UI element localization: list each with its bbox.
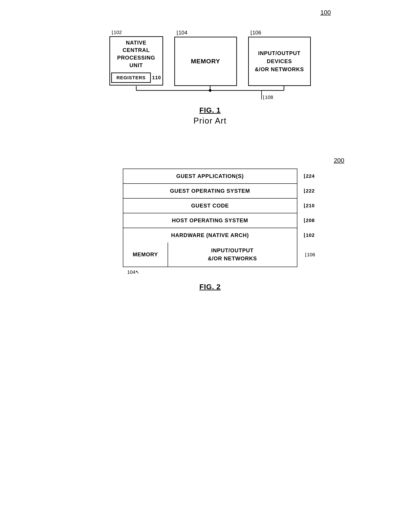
io-text-line2: DEVICES xyxy=(267,58,292,64)
layer-106-number: ⌊106 xyxy=(305,252,315,258)
bottom-memory: MEMORY xyxy=(123,243,168,267)
layer-stack: GUEST APPLICATION(S) ⌊224 GUEST OPERATIN… xyxy=(123,168,297,267)
layer-guest-applications: GUEST APPLICATION(S) ⌊224 xyxy=(123,168,297,183)
memory-label-number: ⌊104 xyxy=(177,30,188,36)
layer-guest-code: GUEST CODE ⌊210 xyxy=(123,198,297,213)
cpu-text-line1: NATIVE xyxy=(126,40,146,46)
fig2-title: FIG. 2 xyxy=(199,283,221,291)
io-label-number: ⌊106 xyxy=(250,30,261,36)
bottom-io-text: INPUT/OUTPUT &/OR NETWORKS xyxy=(208,246,257,263)
bottom-row-wrapper: MEMORY INPUT/OUTPUT &/OR NETWORKS ⌊106 1… xyxy=(123,243,297,267)
layer-102-number: ⌊102 xyxy=(304,232,315,238)
layer-210-number: ⌊210 xyxy=(304,203,315,209)
svg-text:⌊108: ⌊108 xyxy=(263,94,273,100)
layer-guest-os-text: GUEST OPERATING SYSTEM xyxy=(170,188,250,194)
bottom-io-line2: &/OR NETWORKS xyxy=(208,255,257,261)
cpu-text-line2: CENTRAL xyxy=(123,47,150,53)
layer-hardware: HARDWARE (NATIVE ARCH) ⌊102 xyxy=(123,228,297,243)
cpu-box: NATIVE CENTRAL PROCESSING UNIT REGISTERS… xyxy=(109,36,163,85)
fig1-subtitle: Prior Art xyxy=(193,116,226,126)
cpu-text: NATIVE CENTRAL PROCESSING UNIT xyxy=(115,39,158,69)
fig1-caption: FIG. 1 Prior Art xyxy=(193,106,226,126)
io-box: INPUT/OUTPUT DEVICES &/OR NETWORKS xyxy=(248,37,311,86)
bottom-io-line1: INPUT/OUTPUT xyxy=(211,247,254,253)
bus-svg: ⌊108 xyxy=(109,86,311,104)
io-text-line3: &/OR NETWORKS xyxy=(255,66,304,72)
label-104: 104↖ xyxy=(127,269,140,275)
registers-label-text: REGISTERS xyxy=(116,75,145,80)
fig1-ref-number: 100 xyxy=(320,9,331,16)
fig2-section: 200 GUEST APPLICATION(S) ⌊224 GUEST OPER… xyxy=(53,157,367,291)
memory-box: MEMORY xyxy=(174,37,237,86)
fig1-title: FIG. 1 xyxy=(199,106,221,114)
layer-hardware-text: HARDWARE (NATIVE ARCH) xyxy=(171,232,249,238)
layer-host-os: HOST OPERATING SYSTEM ⌊208 xyxy=(123,213,297,228)
layer-208-number: ⌊208 xyxy=(304,218,315,223)
layer-guest-code-text: GUEST CODE xyxy=(191,203,229,209)
memory-text: MEMORY xyxy=(191,58,220,65)
bottom-io: INPUT/OUTPUT &/OR NETWORKS xyxy=(168,243,297,267)
fig2-caption: FIG. 2 xyxy=(199,283,221,291)
layer-224-number: ⌊224 xyxy=(304,173,315,179)
svg-point-3 xyxy=(209,89,211,92)
bottom-split: MEMORY INPUT/OUTPUT &/OR NETWORKS xyxy=(123,243,297,267)
registers-number: 110 xyxy=(152,75,161,81)
registers-box: REGISTERS xyxy=(111,73,150,83)
fig1-section: 100 ⌊102 NATIVE CENTRAL PROCESSING UNIT xyxy=(53,9,367,126)
bus-area: ⌊108 xyxy=(109,86,311,104)
fig1-boxes-row: ⌊102 NATIVE CENTRAL PROCESSING UNIT REGI… xyxy=(109,18,311,86)
fig2-diagram: GUEST APPLICATION(S) ⌊224 GUEST OPERATIN… xyxy=(123,168,297,267)
fig2-ref-number: 200 xyxy=(334,157,344,164)
cpu-label-number: ⌊102 xyxy=(112,30,122,35)
page-container: 100 ⌊102 NATIVE CENTRAL PROCESSING UNIT xyxy=(53,9,367,291)
bottom-memory-text: MEMORY xyxy=(133,251,158,258)
cpu-text-line3: PROCESSING UNIT xyxy=(117,55,155,68)
layer-222-number: ⌊222 xyxy=(304,188,315,194)
layer-guest-os: GUEST OPERATING SYSTEM ⌊222 xyxy=(123,183,297,198)
io-text: INPUT/OUTPUT DEVICES &/OR NETWORKS xyxy=(255,49,304,73)
layer-guest-applications-text: GUEST APPLICATION(S) xyxy=(176,173,244,179)
fig1-diagram: ⌊102 NATIVE CENTRAL PROCESSING UNIT REGI… xyxy=(109,18,311,104)
io-text-line1: INPUT/OUTPUT xyxy=(258,50,300,56)
layer-host-os-text: HOST OPERATING SYSTEM xyxy=(172,217,248,224)
